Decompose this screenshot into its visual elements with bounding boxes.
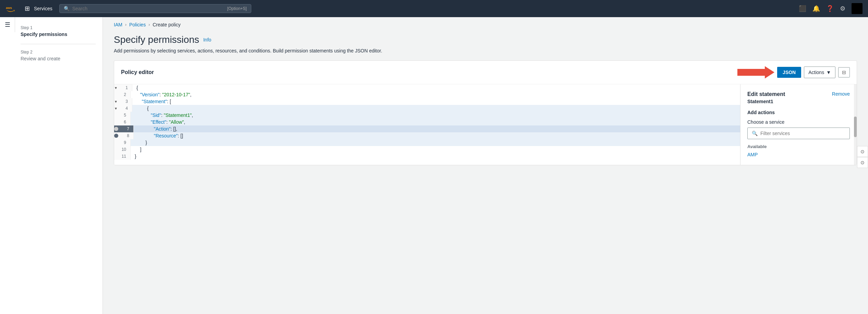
user-avatar[interactable] [852,3,863,14]
editor-actions: JSON Actions ▼ ⊟ [737,66,850,78]
code-line-8: 8 "Resource": [] [114,132,740,139]
scrollbar-thumb [854,117,857,137]
step1-title: Specify permissions [21,32,96,37]
available-label: Available [747,144,850,149]
grid-icon[interactable]: ⊞ [25,5,30,12]
code-area[interactable]: ▼ 1 { 2 "Version": "2012-10-17", [114,84,740,165]
policy-editor-card: Policy editor JSON Actions ▼ ⊟ [114,60,857,165]
hamburger-menu[interactable]: ☰ [0,17,15,32]
line-gutter-8: 8 [114,132,134,139]
line-gutter-1: ▼ 1 [114,84,132,91]
right-panel-header: Edit statement Remove [747,91,850,97]
line-gutter-2: 2 [114,91,131,98]
fold-icon-3[interactable]: ▼ [114,100,118,104]
step2-title: Review and create [21,56,96,61]
right-panel: Edit statement Remove Statement1 Add act… [740,84,857,165]
edge-icon-bottom[interactable]: ⊙ [857,157,868,168]
left-panel: Step 1 Specify permissions Step 2 Review… [0,17,103,314]
filter-search-icon: 🔍 [752,131,758,136]
breadcrumb: IAM › Policies › Create policy [103,17,868,27]
arrow-indicator [737,66,774,78]
breadcrumb-sep1: › [125,22,126,27]
dropdown-icon: ▼ [826,70,831,75]
search-bar[interactable]: 🔍 [Option+S] [59,4,251,13]
code-line-10: 10 ] [114,146,740,153]
code-line-9: 9 } [114,139,740,146]
terminal-icon[interactable]: ⬛ [799,5,806,12]
page-description: Add permissions by selecting services, a… [114,48,857,53]
code-line-3: ▼ 3 "Statement": [ [114,98,740,105]
settings-icon[interactable]: ⚙ [840,5,845,12]
step2-label: Step 2 [21,50,96,55]
choose-service-label: Choose a service [747,119,850,125]
editor-header: Policy editor JSON Actions ▼ ⊟ [114,61,857,84]
code-line-6: 6 "Effect": "Allow", [114,119,740,125]
code-line-7: 7 "Action": [], [114,125,740,132]
breakpoint-7 [114,127,118,131]
arrow-head [765,66,774,78]
help-icon[interactable]: ❓ [826,5,834,12]
aws-logo: aws [5,4,19,13]
search-shortcut: [Option+S] [227,6,247,11]
remove-link[interactable]: Remove [832,91,850,97]
line-gutter-6: 6 [114,119,131,125]
line-gutter-5: 5 [114,112,131,119]
search-input[interactable] [72,6,225,11]
scrollbar-track [854,84,857,165]
top-navigation: aws ⊞ Services 🔍 [Option+S] ⬛ 🔔 ❓ ⚙ [0,0,868,17]
bell-icon[interactable]: 🔔 [812,5,820,12]
editor-title: Policy editor [121,69,154,75]
line-gutter-10: 10 [114,146,131,153]
filter-services-input-wrapper[interactable]: 🔍 [747,128,850,139]
info-link[interactable]: Info [203,37,211,43]
line-gutter-7: 7 [114,125,134,132]
arrow-body [737,69,765,76]
fold-icon-4[interactable]: ▼ [114,107,118,110]
code-line-2: 2 "Version": "2012-10-17", [114,91,740,98]
line-gutter-3: ▼ 3 [114,98,132,105]
main-content: Specify permissions Info Add permissions… [103,27,868,314]
line-gutter-11: 11 [114,153,131,160]
nav-services-label[interactable]: Services [34,6,52,11]
add-actions-title: Add actions [747,110,850,115]
line-gutter-9: 9 [114,139,131,146]
statement-name: Statement1 [747,99,850,104]
actions-button[interactable]: Actions ▼ [804,67,835,78]
page-title: Specify permissions Info [114,34,857,45]
breakpoint-8 [114,134,118,138]
code-line-11: 11 } [114,153,740,160]
step1-label: Step 1 [21,25,96,30]
breadcrumb-sep2: › [148,22,150,27]
right-edge-icons: ⊙ ⊙ [857,146,868,168]
json-button[interactable]: JSON [777,67,801,78]
page-layout: Step 1 Specify permissions Step 2 Review… [0,17,868,314]
editor-body: ▼ 1 { 2 "Version": "2012-10-17", [114,84,857,165]
line-gutter-4: ▼ 4 [114,105,132,112]
edge-icon-top[interactable]: ⊙ [857,146,868,157]
code-line-5: 5 "Sid": "Statement1", [114,112,740,119]
search-icon: 🔍 [64,6,70,11]
code-line-1: ▼ 1 { [114,84,740,91]
breadcrumb-policies[interactable]: Policies [129,22,146,27]
fold-icon-1[interactable]: ▼ [114,86,118,90]
layout-icon-button[interactable]: ⊟ [838,67,850,77]
service-item-amp[interactable]: AMP [747,151,850,158]
breadcrumb-current: Create policy [153,22,181,27]
breadcrumb-iam[interactable]: IAM [114,22,122,27]
edit-statement-title: Edit statement [747,91,785,97]
filter-services-input[interactable] [760,131,845,136]
svg-text:aws: aws [6,6,12,10]
code-line-4: ▼ 4 { [114,105,740,112]
nav-icon-group: ⬛ 🔔 ❓ ⚙ [799,3,863,14]
